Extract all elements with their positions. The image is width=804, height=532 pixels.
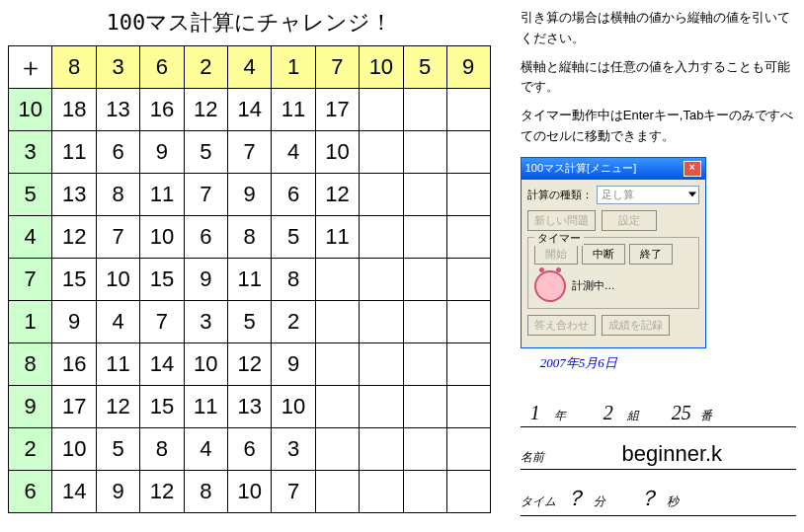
answer-cell[interactable]: 2 xyxy=(272,301,315,343)
answer-cell[interactable]: 9 xyxy=(96,471,139,513)
answer-cell[interactable] xyxy=(360,301,403,343)
answer-cell[interactable]: 7 xyxy=(272,471,315,513)
answer-cell[interactable] xyxy=(360,174,403,216)
answer-cell[interactable]: 15 xyxy=(140,259,184,301)
answer-cell[interactable] xyxy=(360,131,403,174)
answer-cell[interactable]: 4 xyxy=(96,301,139,343)
answer-cell[interactable]: 11 xyxy=(184,386,227,428)
calc-type-dropdown[interactable]: 足し算 xyxy=(597,186,699,204)
answer-cell[interactable] xyxy=(403,259,446,301)
row-header[interactable]: 2 xyxy=(9,428,52,471)
answer-cell[interactable] xyxy=(403,216,446,259)
answer-cell[interactable] xyxy=(360,89,403,131)
col-header[interactable]: 3 xyxy=(96,46,139,89)
answer-cell[interactable]: 12 xyxy=(228,343,272,386)
answer-cell[interactable] xyxy=(403,131,446,174)
answer-cell[interactable] xyxy=(446,343,490,386)
answer-cell[interactable]: 13 xyxy=(96,89,139,131)
answer-cell[interactable]: 4 xyxy=(272,131,315,174)
row-header[interactable]: 4 xyxy=(9,216,52,259)
answer-cell[interactable]: 10 xyxy=(184,343,227,386)
answer-cell[interactable] xyxy=(446,131,490,174)
answer-cell[interactable]: 16 xyxy=(52,343,96,386)
answer-cell[interactable]: 10 xyxy=(228,471,272,513)
check-answers-button[interactable]: 答え合わせ xyxy=(527,315,596,336)
close-icon[interactable]: × xyxy=(683,161,701,177)
answer-cell[interactable]: 5 xyxy=(272,216,315,259)
answer-cell[interactable]: 16 xyxy=(140,89,184,131)
answer-cell[interactable]: 9 xyxy=(272,343,315,386)
answer-cell[interactable]: 9 xyxy=(140,131,184,174)
answer-cell[interactable] xyxy=(360,216,403,259)
row-header[interactable]: 6 xyxy=(9,471,52,513)
answer-cell[interactable]: 13 xyxy=(228,386,272,428)
answer-cell[interactable]: 3 xyxy=(272,428,315,471)
answer-cell[interactable]: 12 xyxy=(140,471,184,513)
row-header[interactable]: 8 xyxy=(9,343,52,386)
answer-cell[interactable]: 5 xyxy=(96,428,139,471)
answer-cell[interactable] xyxy=(315,343,359,386)
answer-cell[interactable]: 6 xyxy=(96,131,139,174)
answer-cell[interactable]: 9 xyxy=(184,259,227,301)
answer-cell[interactable]: 18 xyxy=(52,89,96,131)
answer-cell[interactable]: 14 xyxy=(140,343,184,386)
answer-cell[interactable]: 8 xyxy=(96,174,139,216)
answer-cell[interactable]: 11 xyxy=(96,343,139,386)
answer-cell[interactable] xyxy=(315,428,359,471)
answer-cell[interactable] xyxy=(446,216,490,259)
settings-button[interactable]: 設定 xyxy=(602,210,657,231)
col-header[interactable]: 6 xyxy=(140,46,184,89)
col-header[interactable]: 4 xyxy=(228,46,272,89)
answer-cell[interactable]: 6 xyxy=(228,428,272,471)
answer-cell[interactable]: 17 xyxy=(315,89,359,131)
answer-cell[interactable]: 7 xyxy=(228,131,272,174)
row-header[interactable]: 7 xyxy=(9,259,52,301)
col-header[interactable]: 9 xyxy=(446,46,490,89)
answer-cell[interactable]: 15 xyxy=(52,259,96,301)
answer-cell[interactable]: 9 xyxy=(228,174,272,216)
answer-cell[interactable]: 5 xyxy=(228,301,272,343)
answer-cell[interactable]: 6 xyxy=(184,216,227,259)
answer-cell[interactable]: 11 xyxy=(272,89,315,131)
row-header[interactable]: 10 xyxy=(9,89,52,131)
col-header[interactable]: 7 xyxy=(315,46,359,89)
answer-cell[interactable]: 15 xyxy=(140,386,184,428)
answer-cell[interactable] xyxy=(446,89,490,131)
answer-cell[interactable] xyxy=(360,428,403,471)
answer-cell[interactable] xyxy=(446,259,490,301)
row-header[interactable]: 5 xyxy=(9,174,52,216)
timer-end-button[interactable]: 終了 xyxy=(629,244,673,265)
answer-cell[interactable] xyxy=(446,471,490,513)
answer-cell[interactable] xyxy=(360,471,403,513)
row-header[interactable]: 9 xyxy=(9,386,52,428)
titlebar[interactable]: 100マス計算[メニュー] × xyxy=(522,158,705,180)
answer-cell[interactable] xyxy=(403,471,446,513)
answer-cell[interactable] xyxy=(446,301,490,343)
answer-cell[interactable]: 11 xyxy=(228,259,272,301)
timer-stop-button[interactable]: 中断 xyxy=(582,244,625,265)
timer-start-button[interactable]: 開始 xyxy=(534,244,578,265)
answer-cell[interactable] xyxy=(403,386,446,428)
answer-cell[interactable]: 9 xyxy=(52,301,96,343)
answer-cell[interactable]: 7 xyxy=(96,216,139,259)
answer-cell[interactable]: 5 xyxy=(184,131,227,174)
answer-cell[interactable]: 10 xyxy=(96,259,139,301)
answer-cell[interactable]: 8 xyxy=(140,428,184,471)
answer-cell[interactable]: 8 xyxy=(272,259,315,301)
col-header[interactable]: 1 xyxy=(272,46,315,89)
answer-cell[interactable]: 10 xyxy=(52,428,96,471)
answer-cell[interactable] xyxy=(360,386,403,428)
answer-cell[interactable] xyxy=(446,174,490,216)
answer-cell[interactable]: 10 xyxy=(140,216,184,259)
answer-cell[interactable]: 11 xyxy=(315,216,359,259)
col-header[interactable]: 10 xyxy=(360,46,403,89)
answer-cell[interactable]: 7 xyxy=(184,174,227,216)
answer-cell[interactable] xyxy=(403,301,446,343)
new-problem-button[interactable]: 新しい問題 xyxy=(527,210,596,231)
answer-cell[interactable]: 14 xyxy=(228,89,272,131)
answer-cell[interactable]: 11 xyxy=(52,131,96,174)
answer-cell[interactable]: 7 xyxy=(140,301,184,343)
answer-cell[interactable] xyxy=(315,471,359,513)
answer-cell[interactable]: 6 xyxy=(272,174,315,216)
answer-cell[interactable]: 3 xyxy=(184,301,227,343)
